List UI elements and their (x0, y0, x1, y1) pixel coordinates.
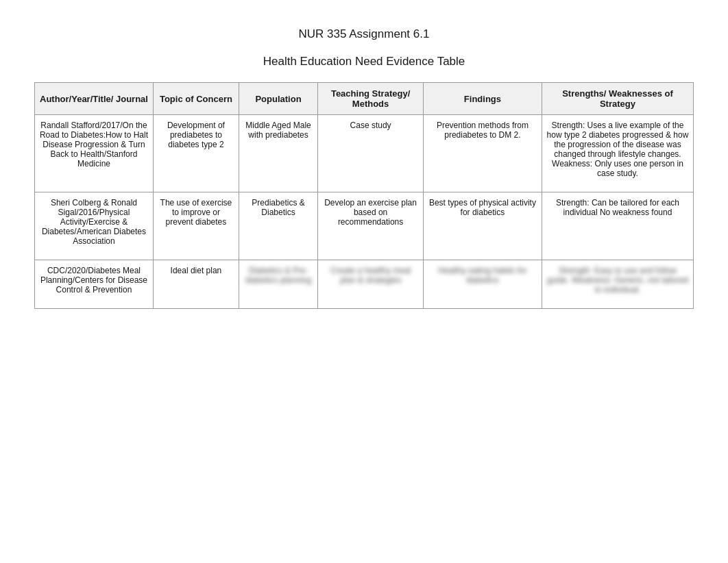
blurred-teaching-3: Create a healthy meal plan & strategies (330, 266, 411, 285)
table-row: CDC/2020/Diabetes Meal Planning/Centers … (35, 260, 694, 309)
blurred-findings-3: Healthy eating habits for diabetics (438, 266, 526, 285)
blurred-population-3: Diabetics & Pre-diabetics planning (245, 266, 311, 285)
cell-teaching-2: Develop an exercise plan based on recomm… (318, 192, 424, 260)
evidence-table: Author/Year/Title/ Journal Topic of Conc… (34, 82, 694, 309)
cell-findings-1: Prevention methods from prediabetes to D… (423, 115, 542, 192)
header-findings: Findings (423, 83, 542, 115)
blurred-strengths-3: Strength: Easy to use and follow guide. … (547, 266, 689, 295)
header-topic: Topic of Concern (153, 83, 239, 115)
cell-population-1: Middle Aged Male with prediabetes (239, 115, 317, 192)
cell-topic-2: The use of exercise to improve or preven… (153, 192, 239, 260)
cell-topic-1: Development of prediabetes to diabetes t… (153, 115, 239, 192)
page-title: NUR 335 Assignment 6.1 (34, 27, 694, 41)
cell-author-3: CDC/2020/Diabetes Meal Planning/Centers … (35, 260, 154, 309)
cell-teaching-3: Create a healthy meal plan & strategies (318, 260, 424, 309)
table-header-row: Author/Year/Title/ Journal Topic of Conc… (35, 83, 694, 115)
table-row: Randall Stafford/2017/On the Road to Dia… (35, 115, 694, 192)
header-teaching: Teaching Strategy/ Methods (318, 83, 424, 115)
cell-findings-3: Healthy eating habits for diabetics (423, 260, 542, 309)
cell-topic-3: Ideal diet plan (153, 260, 239, 309)
cell-population-3: Diabetics & Pre-diabetics planning (239, 260, 317, 309)
cell-strengths-2: Strength: Can be tailored for each indiv… (542, 192, 693, 260)
cell-teaching-1: Case study (318, 115, 424, 192)
header-strengths: Strengths/ Weaknesses of Strategy (542, 83, 693, 115)
header-author: Author/Year/Title/ Journal (35, 83, 154, 115)
cell-author-1: Randall Stafford/2017/On the Road to Dia… (35, 115, 154, 192)
page-subtitle: Health Education Need Evidence Table (34, 55, 694, 68)
cell-findings-2: Best types of physical activity for diab… (423, 192, 542, 260)
header-population: Population (239, 83, 317, 115)
cell-population-2: Prediabetics & Diabetics (239, 192, 317, 260)
cell-strengths-3: Strength: Easy to use and follow guide. … (542, 260, 693, 309)
cell-author-2: Sheri Colberg & Ronald Sigal/2016/Physic… (35, 192, 154, 260)
table-row: Sheri Colberg & Ronald Sigal/2016/Physic… (35, 192, 694, 260)
page-container: NUR 335 Assignment 6.1 Health Education … (0, 0, 728, 336)
cell-strengths-1: Strength: Uses a live example of the how… (542, 115, 693, 192)
